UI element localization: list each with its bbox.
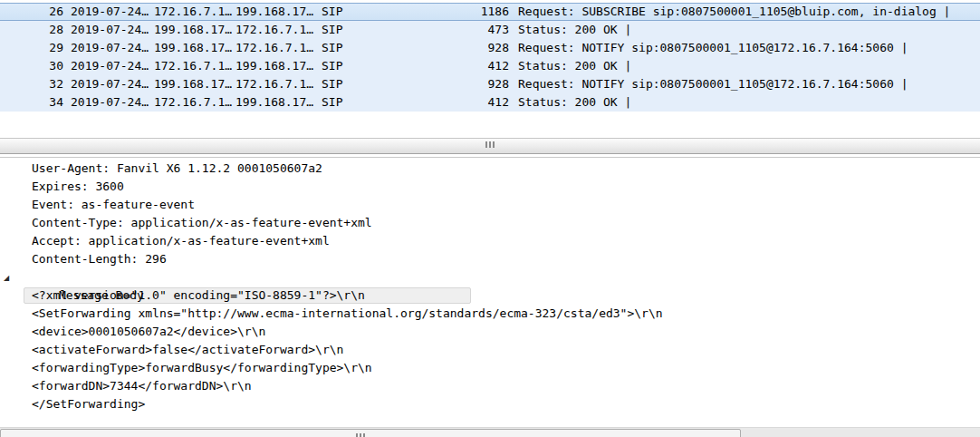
xml-body-lines: <?xml version="1.0" encoding="ISO-8859-1… bbox=[0, 286, 980, 413]
detail-header-lines: User-Agent: Fanvil X6 1.12.2 0001050607a… bbox=[0, 160, 980, 268]
packet-cell-length: 473 bbox=[367, 21, 509, 39]
packet-cell-no: 29 bbox=[0, 39, 63, 57]
packet-cell-protocol: SIP bbox=[322, 57, 367, 75]
packet-cell-time: 2019-07-24… bbox=[63, 4, 154, 20]
wireshark-window: 262019-07-24…172.16.7.1…199.168.17…SIP11… bbox=[0, 0, 980, 437]
expand-triangle-icon[interactable]: ◢ bbox=[4, 269, 9, 287]
packet-cell-time: 2019-07-24… bbox=[63, 21, 154, 39]
xml-line[interactable]: <activateForward>false</activateForward>… bbox=[0, 341, 980, 359]
packet-cell-destination: 172.16.7.1… bbox=[235, 21, 322, 39]
packet-cell-source: 199.168.17… bbox=[154, 75, 235, 93]
packet-cell-protocol: SIP bbox=[322, 21, 367, 39]
packet-cell-protocol: SIP bbox=[322, 4, 367, 20]
detail-line[interactable]: User-Agent: Fanvil X6 1.12.2 0001050607a… bbox=[0, 160, 980, 178]
detail-line[interactable]: Expires: 3600 bbox=[0, 178, 980, 196]
xml-line[interactable]: </SetForwarding> bbox=[0, 395, 980, 413]
detail-line[interactable]: Accept: application/x-as-feature-event+x… bbox=[0, 232, 980, 250]
xml-line[interactable]: <?xml version="1.0" encoding="ISO-8859-1… bbox=[0, 286, 980, 305]
packet-cell-length: 1186 bbox=[367, 4, 509, 20]
packet-details-pane: User-Agent: Fanvil X6 1.12.2 0001050607a… bbox=[0, 158, 980, 427]
packet-cell-destination: 199.168.17… bbox=[235, 57, 322, 75]
packet-cell-time: 2019-07-24… bbox=[63, 39, 154, 57]
xml-line[interactable]: <device>0001050607a2</device>\r\n bbox=[0, 323, 980, 341]
packet-cell-time: 2019-07-24… bbox=[63, 75, 154, 93]
packet-row[interactable]: 302019-07-24…172.16.7.1…199.168.17…SIP41… bbox=[0, 57, 980, 75]
packet-row[interactable]: 322019-07-24…199.168.17…172.16.7.1…SIP92… bbox=[0, 75, 980, 93]
packet-cell-no: 32 bbox=[0, 75, 63, 93]
packet-cell-info: Status: 200 OK | bbox=[509, 93, 980, 112]
details-hscrollbar-thumb[interactable] bbox=[0, 429, 741, 437]
packet-cell-info: Request: NOTIFY sip:0807500001_1105@172.… bbox=[509, 39, 980, 57]
packet-cell-protocol: SIP bbox=[322, 93, 367, 112]
packet-cell-no: 34 bbox=[0, 93, 63, 112]
details-hscrollbar-track[interactable] bbox=[0, 427, 980, 437]
detail-line[interactable]: Event: as-feature-event bbox=[0, 196, 980, 214]
packet-cell-time: 2019-07-24… bbox=[63, 57, 154, 75]
packet-cell-source: 172.16.7.1… bbox=[154, 93, 235, 112]
packet-cell-source: 199.168.17… bbox=[154, 21, 235, 39]
xml-line[interactable]: <forwardDN>7344</forwardDN>\r\n bbox=[0, 377, 980, 395]
packet-list-hscrollbar[interactable] bbox=[0, 138, 980, 154]
detail-line[interactable]: Content-Type: application/x-as-feature-e… bbox=[0, 214, 980, 232]
packet-row[interactable]: 292019-07-24…199.168.17…172.16.7.1…SIP92… bbox=[0, 39, 980, 57]
packet-cell-length: 928 bbox=[367, 75, 509, 93]
packet-row[interactable]: 282019-07-24…199.168.17…172.16.7.1…SIP47… bbox=[0, 21, 980, 39]
xml-line[interactable]: <SetForwarding xmlns="http://www.ecma-in… bbox=[0, 305, 980, 323]
packet-cell-protocol: SIP bbox=[322, 39, 367, 57]
packet-cell-no: 28 bbox=[0, 21, 63, 39]
packet-cell-info: Request: NOTIFY sip:0807500001_1105@172.… bbox=[509, 75, 980, 93]
packet-cell-time: 2019-07-24… bbox=[63, 93, 154, 112]
packet-cell-destination: 172.16.7.1… bbox=[235, 39, 322, 57]
packet-cell-length: 412 bbox=[367, 57, 509, 75]
message-body-node[interactable]: ◢Message Body bbox=[0, 268, 980, 286]
packet-cell-info: Status: 200 OK | bbox=[509, 57, 980, 75]
packet-cell-source: 172.16.7.1… bbox=[154, 4, 235, 20]
packet-cell-info: Status: 200 OK | bbox=[509, 21, 980, 39]
scrollbar-grip-icon bbox=[485, 141, 495, 148]
packet-cell-source: 172.16.7.1… bbox=[154, 57, 235, 75]
xml-line[interactable]: <forwardingType>forwardBusy</forwardingT… bbox=[0, 359, 980, 377]
packet-cell-no: 26 bbox=[0, 4, 63, 20]
scrollbar-grip-icon bbox=[356, 433, 365, 437]
packet-row[interactable]: 262019-07-24…172.16.7.1…199.168.17…SIP11… bbox=[0, 3, 980, 21]
packet-cell-no: 30 bbox=[0, 57, 63, 75]
packet-cell-destination: 199.168.17… bbox=[235, 93, 322, 112]
message-body-label: Message Body bbox=[59, 288, 144, 302]
packet-cell-length: 928 bbox=[367, 39, 509, 57]
packet-cell-destination: 172.16.7.1… bbox=[235, 75, 322, 93]
packet-row[interactable]: 342019-07-24…172.16.7.1…199.168.17…SIP41… bbox=[0, 93, 980, 112]
packet-list-pane: 262019-07-24…172.16.7.1…199.168.17…SIP11… bbox=[0, 0, 980, 138]
packet-cell-info: Request: SUBSCRIBE sip:0807500001_1105@b… bbox=[509, 4, 980, 20]
packet-cell-length: 412 bbox=[367, 93, 509, 112]
packet-cell-source: 199.168.17… bbox=[154, 39, 235, 57]
detail-line[interactable]: Content-Length: 296 bbox=[0, 250, 980, 268]
packet-cell-protocol: SIP bbox=[322, 75, 367, 93]
packet-cell-destination: 199.168.17… bbox=[235, 4, 322, 20]
